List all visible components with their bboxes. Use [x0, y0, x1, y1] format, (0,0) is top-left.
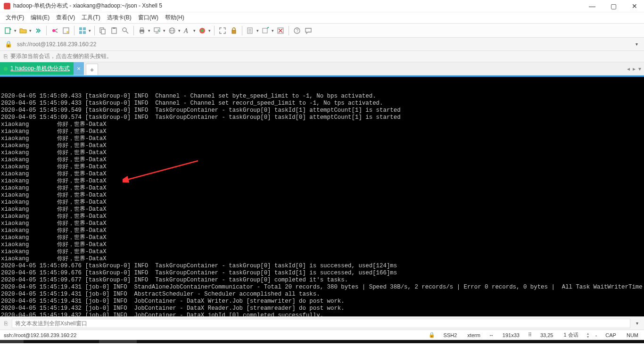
new-tab-button[interactable]: +: [86, 64, 98, 75]
terminal-line: xiaokang 你好，世界-DataX: [1, 192, 643, 199]
dropdown-icon[interactable]: ▾: [207, 28, 211, 33]
menu-bar: 文件(F) 编辑(E) 查看(V) 工具(T) 选项卡(B) 窗口(W) 帮助(…: [0, 12, 644, 24]
terminal-line: 2020-04-05 15:45:19.432 [job-0] INFO Job…: [1, 305, 643, 312]
svg-rect-11: [101, 29, 105, 34]
tab-list-icon[interactable]: ▾: [638, 66, 641, 72]
tab-status-dot: [4, 67, 8, 71]
terminal-line: xiaokang 你好，世界-DataX: [1, 227, 643, 234]
font-icon[interactable]: A: [182, 25, 192, 36]
info-arrow-icon[interactable]: ⎘: [4, 53, 8, 60]
terminal-line: xiaokang 你好，世界-DataX: [1, 220, 643, 227]
status-lock-icon: 🔒: [429, 332, 435, 338]
terminal-output[interactable]: 2020-04-05 15:45:09.433 [taskGroup-0] IN…: [0, 77, 644, 316]
menu-window[interactable]: 窗口(W): [138, 14, 158, 22]
svg-rect-17: [140, 28, 143, 30]
status-protocol: SSH2: [442, 332, 459, 338]
svg-rect-19: [154, 28, 160, 32]
svg-point-5: [66, 31, 68, 33]
dropdown-icon[interactable]: ▾: [177, 28, 181, 33]
menu-tabs[interactable]: 选项卡(B): [107, 14, 132, 22]
dropdown-icon[interactable]: ▾: [147, 28, 151, 33]
svg-rect-26: [232, 30, 236, 33]
svg-line-32: [267, 27, 269, 28]
paste-icon[interactable]: [109, 25, 119, 36]
dropdown-icon[interactable]: ▾: [13, 28, 17, 33]
transfer-icon[interactable]: [152, 25, 162, 36]
address-text[interactable]: ssh://root@192.168.239.160:22: [17, 41, 629, 48]
svg-rect-13: [113, 27, 116, 29]
title-bar: hadoop-单机伪分布式 - xiaokang@hadoop:~/json -…: [0, 0, 644, 12]
terminal-line: xiaokang 你好，世界-DataX: [1, 213, 643, 220]
bottom-task-strip: [0, 340, 644, 343]
window-controls: — ▢ ✕: [586, 1, 640, 11]
svg-rect-9: [83, 31, 86, 34]
dropdown-icon[interactable]: ▾: [28, 28, 32, 33]
terminal-line: xiaokang 你好，世界-DataX: [1, 178, 643, 185]
print-icon[interactable]: [137, 25, 147, 36]
clear-icon[interactable]: [275, 25, 286, 36]
terminal-line: 2020-04-05 15:45:19.431 [job-0] INFO Abs…: [1, 291, 643, 298]
open-folder-icon[interactable]: [18, 25, 28, 36]
menu-file[interactable]: 文件(F): [6, 14, 24, 22]
svg-rect-0: [5, 28, 10, 33]
color-icon[interactable]: [197, 25, 207, 36]
terminal-line: 2020-04-05 15:45:19.431 [job-0] INFO Job…: [1, 298, 643, 305]
dropdown-icon[interactable]: ▾: [192, 28, 196, 33]
tile-icon[interactable]: [77, 25, 88, 36]
reconnect-icon[interactable]: [33, 25, 43, 36]
menu-view[interactable]: 查看(V): [56, 14, 75, 22]
properties-icon[interactable]: [61, 25, 71, 36]
script-icon[interactable]: [245, 25, 256, 36]
menu-tools[interactable]: 工具(T): [82, 14, 100, 22]
app-icon: [4, 3, 10, 9]
lock-icon[interactable]: [229, 25, 239, 36]
terminal-line: xiaokang 你好，世界-DataX: [1, 171, 643, 178]
send-toggle-icon[interactable]: ⎘: [3, 320, 9, 327]
dropdown-icon[interactable]: ▾: [88, 28, 91, 33]
separator: [94, 26, 95, 35]
tab-close-button[interactable]: ×: [74, 62, 84, 75]
terminal-line: xiaokang 你好，世界-DataX: [1, 206, 643, 213]
close-button[interactable]: ✕: [629, 1, 640, 11]
fullscreen-icon[interactable]: [217, 25, 228, 36]
maximize-button[interactable]: ▢: [608, 1, 619, 11]
terminal-line: xiaokang 你好，世界-DataX: [1, 199, 643, 206]
status-connection: ssh://root@192.168.239.160:22: [4, 332, 422, 338]
find-icon[interactable]: [120, 25, 131, 36]
status-bar: ssh://root@192.168.239.160:22 🔒 SSH2 xte…: [0, 330, 644, 340]
help-icon[interactable]: ?: [292, 25, 302, 36]
address-dropdown[interactable]: ▾: [632, 41, 641, 47]
compose-icon[interactable]: [260, 25, 271, 36]
terminal-line: xiaokang 你好，世界-DataX: [1, 234, 643, 241]
copy-icon[interactable]: [98, 25, 108, 36]
tab-nav: ◂ ▸ ▾: [624, 62, 644, 75]
new-session-icon[interactable]: [3, 25, 13, 36]
globe-icon[interactable]: [167, 25, 177, 36]
send-input[interactable]: [12, 319, 630, 328]
terminal-line: 2020-04-05 15:45:09.574 [taskGroup-0] IN…: [1, 114, 643, 121]
disconnect-icon[interactable]: [50, 25, 60, 36]
chat-icon[interactable]: [303, 25, 314, 36]
terminal-line: 2020-04-05 15:45:09.549 [taskGroup-0] IN…: [1, 107, 643, 114]
tab-next-icon[interactable]: ▸: [633, 66, 636, 72]
svg-text:A: A: [183, 27, 188, 34]
send-dropdown[interactable]: ▾: [633, 321, 641, 326]
menu-edit[interactable]: 编辑(E): [31, 14, 50, 22]
terminal-line: 2020-04-05 15:45:19.431 [job-0] INFO Sta…: [1, 284, 643, 291]
minimize-button[interactable]: —: [586, 1, 598, 11]
info-bar: ⎘ 要添加当前会话，点击左侧的箭头按钮。: [0, 51, 644, 62]
terminal-line: xiaokang 你好，世界-DataX: [1, 248, 643, 256]
status-num: NUM: [625, 332, 640, 338]
tab-prev-icon[interactable]: ◂: [627, 66, 630, 72]
lock-icon: 🔒: [3, 41, 14, 48]
terminal-line: xiaokang 你好，世界-DataX: [1, 142, 643, 149]
dropdown-icon[interactable]: ▾: [271, 28, 274, 33]
dropdown-icon[interactable]: ▾: [162, 28, 166, 33]
tab-active[interactable]: 1 hadoop-单机伪分布式: [0, 62, 74, 75]
info-text: 要添加当前会话，点击左侧的箭头按钮。: [10, 52, 112, 60]
svg-line-15: [126, 31, 128, 33]
dropdown-icon[interactable]: ▾: [256, 28, 259, 33]
menu-help[interactable]: 帮助(H): [165, 14, 184, 22]
terminal-line: 2020-04-05 15:45:09.677 [taskGroup-0] IN…: [1, 277, 643, 284]
separator: [242, 26, 242, 35]
